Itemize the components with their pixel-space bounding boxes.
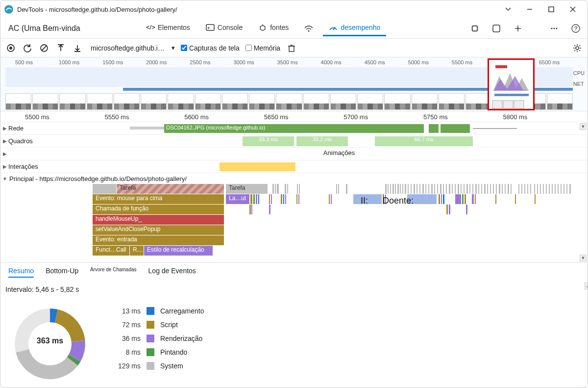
svg-rect-80 bbox=[425, 184, 426, 194]
svg-rect-74 bbox=[408, 184, 409, 194]
plus-icon[interactable] bbox=[510, 21, 526, 36]
tab-resumo[interactable]: Resumo bbox=[8, 267, 34, 278]
scroll-up-icon[interactable]: ▲ bbox=[585, 283, 588, 289]
svg-rect-90 bbox=[455, 184, 456, 194]
wifi-icon bbox=[304, 23, 313, 32]
svg-rect-127 bbox=[569, 184, 571, 194]
minimize-button[interactable] bbox=[519, 0, 540, 18]
scroll-down-icon[interactable]: ▼ bbox=[580, 123, 587, 130]
task-bar-2[interactable]: Tarefa bbox=[226, 184, 268, 194]
svg-rect-138 bbox=[298, 194, 299, 204]
chevron-down-icon[interactable] bbox=[497, 0, 519, 18]
svg-rect-121 bbox=[552, 184, 553, 194]
network-bar[interactable]: DSC04162.JPG (microsoftedge.github.io) bbox=[164, 124, 424, 133]
event-entrada[interactable]: Evento: entrada bbox=[93, 235, 224, 245]
svg-line-47 bbox=[579, 50, 580, 51]
svg-rect-72 bbox=[402, 184, 403, 194]
svg-rect-107 bbox=[505, 184, 506, 194]
overview-timeline[interactable]: 500 ms1000 ms1500 ms2000 ms2500 ms3000 m… bbox=[0, 57, 588, 111]
svg-rect-135 bbox=[283, 194, 284, 204]
window-title: DevTools - microsoftedge.github.io/Demos… bbox=[17, 6, 497, 13]
svg-rect-76 bbox=[414, 184, 415, 194]
tab-console[interactable]: Console bbox=[200, 20, 248, 36]
svg-rect-70 bbox=[397, 184, 399, 194]
clear-button[interactable] bbox=[39, 43, 49, 53]
legend-row: 8 msPintando bbox=[111, 348, 204, 356]
memory-input[interactable] bbox=[245, 45, 252, 51]
track-network[interactable]: ▶ Rede DSC04162.JPG (microsoftedge.githu… bbox=[0, 122, 588, 135]
url-dropdown-icon[interactable]: ▾ bbox=[172, 44, 175, 52]
memory-checkbox[interactable]: Memória bbox=[245, 44, 280, 52]
tab-sources[interactable]: fontes bbox=[252, 20, 294, 36]
svg-rect-89 bbox=[452, 184, 453, 194]
interval-label: Intervalo: 5,46 s - 5,82 s bbox=[5, 285, 588, 293]
help-icon[interactable]: ? bbox=[568, 21, 584, 36]
svg-rect-87 bbox=[446, 184, 447, 194]
upload-icon[interactable] bbox=[55, 43, 66, 53]
disclosure-icon[interactable]: ▶ bbox=[0, 126, 7, 131]
chip-icon[interactable] bbox=[467, 21, 483, 36]
svg-rect-60 bbox=[297, 184, 298, 194]
trash-icon[interactable] bbox=[286, 43, 297, 53]
tab-elements[interactable]: </> Elementos bbox=[140, 20, 196, 36]
svg-rect-50 bbox=[495, 65, 507, 68]
net-label: NET bbox=[573, 81, 585, 87]
scroll-down-icon[interactable]: ▼ bbox=[580, 255, 587, 261]
record-button[interactable] bbox=[5, 43, 16, 53]
gear-icon[interactable] bbox=[572, 43, 583, 53]
track-interactions[interactable]: ▶ Interações bbox=[0, 160, 588, 173]
disclosure-open-icon[interactable]: ▼ bbox=[2, 176, 9, 181]
detail-ruler: 5500 ms5550 ms5600 ms5650 ms5700 ms5750 … bbox=[0, 111, 588, 122]
dock-icon[interactable] bbox=[489, 21, 504, 36]
cpu-label: CPU bbox=[573, 70, 585, 76]
svg-rect-69 bbox=[395, 184, 396, 194]
tab-network-icon-only[interactable] bbox=[298, 20, 319, 36]
disclosure-icon[interactable]: ▶ bbox=[0, 151, 7, 156]
svg-rect-95 bbox=[469, 184, 470, 194]
set-value-close[interactable]: setValueAndClosePopup bbox=[93, 225, 224, 235]
svg-rect-65 bbox=[385, 184, 387, 194]
function-call[interactable]: Chamada de função bbox=[93, 205, 224, 214]
event-mouseup[interactable]: Evento: mouse para cima bbox=[93, 194, 224, 204]
tab-label: fontes bbox=[270, 24, 289, 31]
close-button[interactable] bbox=[562, 0, 584, 18]
svg-rect-106 bbox=[502, 184, 503, 194]
screenshots-input[interactable] bbox=[181, 45, 187, 51]
svg-rect-118 bbox=[543, 184, 544, 194]
svg-rect-145 bbox=[439, 194, 440, 204]
tab-calltree[interactable]: Árvore de Chamadas bbox=[90, 267, 137, 278]
svg-point-11 bbox=[308, 30, 310, 32]
svg-rect-111 bbox=[521, 184, 522, 194]
task-bar[interactable]: Tarefa bbox=[117, 184, 224, 194]
svg-rect-129 bbox=[253, 194, 255, 204]
disclosure-icon[interactable]: ▶ bbox=[0, 138, 7, 144]
svg-line-48 bbox=[574, 50, 575, 51]
annotation-doente: Doente: bbox=[383, 196, 414, 206]
svg-rect-126 bbox=[566, 184, 567, 194]
tab-eventlog[interactable]: Log de Eventos bbox=[148, 267, 196, 278]
maximize-button[interactable] bbox=[540, 0, 562, 18]
interaction-bar[interactable] bbox=[220, 162, 295, 171]
screenshots-checkbox[interactable]: Capturas de tela bbox=[181, 44, 240, 52]
svg-rect-147 bbox=[443, 194, 444, 204]
tab-bottomup[interactable]: Bottom-Up bbox=[46, 267, 78, 278]
more-icon[interactable] bbox=[546, 21, 562, 36]
svg-rect-98 bbox=[478, 184, 479, 194]
recording-url[interactable]: microsoftedge.github.i… bbox=[91, 44, 165, 52]
track-frames[interactable]: ▶ Quadros 33.3 ms 33.2 ms 66.7 ms ▲ bbox=[0, 135, 588, 148]
handle-mouseup[interactable]: handleMouseUp_ bbox=[93, 215, 224, 225]
track-animations[interactable]: ▶ Animações ▼ bbox=[0, 148, 588, 160]
micro-tasks bbox=[272, 184, 582, 194]
annotation-ii: II: bbox=[361, 196, 368, 206]
download-icon[interactable] bbox=[72, 43, 83, 53]
track-main[interactable]: ▼ Principal - https://microsoftedge.gith… bbox=[0, 173, 588, 184]
window-titlebar: DevTools - microsoftedge.github.io/Demos… bbox=[0, 0, 588, 18]
disclosure-icon[interactable]: ▶ bbox=[0, 164, 7, 169]
reload-button[interactable] bbox=[22, 43, 33, 53]
svg-rect-61 bbox=[299, 184, 300, 194]
tab-performance[interactable]: desempenho bbox=[323, 20, 386, 36]
svg-rect-160 bbox=[449, 205, 450, 214]
svg-point-26 bbox=[554, 27, 555, 29]
perf-toolbar: microsoftedge.github.i… ▾ Capturas de te… bbox=[0, 39, 588, 57]
svg-rect-83 bbox=[434, 184, 435, 194]
